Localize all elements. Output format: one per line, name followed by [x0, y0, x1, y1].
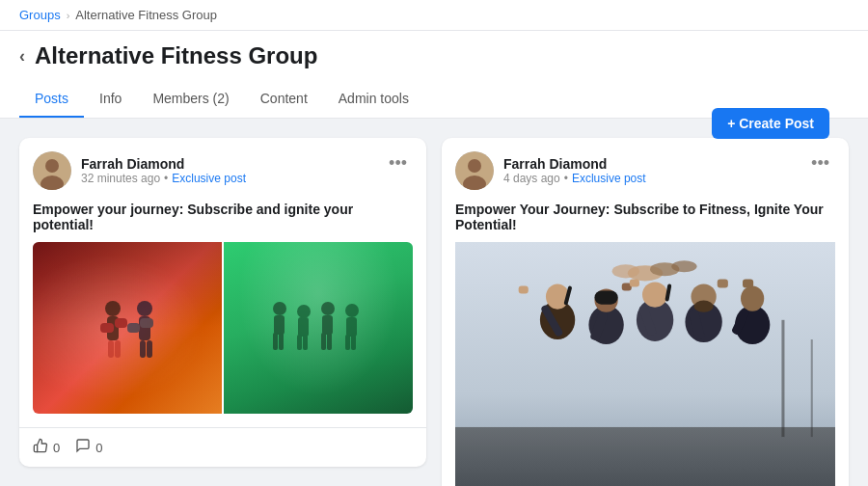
- breadcrumb-groups-link[interactable]: Groups: [19, 8, 61, 22]
- page-title: Alternative Fitness Group: [35, 42, 317, 69]
- post-title-2: Empower Your Journey: Subscribe to Fitne…: [455, 202, 835, 232]
- post-image-boxing: [33, 242, 222, 414]
- post-image-group: [224, 242, 413, 414]
- header-actions: + Create Post: [712, 108, 829, 139]
- svg-rect-13: [140, 340, 146, 358]
- like-count: 0: [53, 441, 60, 455]
- svg-point-65: [671, 260, 696, 272]
- tab-admin[interactable]: Admin tools: [323, 81, 424, 118]
- svg-point-1: [45, 159, 59, 173]
- svg-rect-24: [322, 315, 333, 335]
- svg-rect-17: [273, 333, 278, 350]
- svg-point-49: [642, 282, 667, 307]
- exclusive-badge-2[interactable]: Exclusive post: [572, 172, 646, 185]
- svg-rect-25: [321, 333, 326, 350]
- svg-rect-16: [274, 315, 285, 335]
- tab-members[interactable]: Members (2): [137, 81, 244, 118]
- svg-rect-57: [718, 279, 728, 287]
- post-time-2: 4 days ago: [503, 172, 560, 185]
- avatar: [33, 151, 71, 190]
- svg-point-59: [741, 285, 764, 310]
- post-meta: Farrah Diamond 32 minutes ago • Exclusiv…: [81, 156, 246, 185]
- post-header: Farrah Diamond 32 minutes ago • Exclusiv…: [19, 138, 426, 198]
- page-title-row: ‹ Alternative Fitness Group: [19, 42, 849, 69]
- post-card-2: Farrah Diamond 4 days ago • Exclusive po…: [442, 138, 849, 486]
- svg-rect-36: [781, 320, 784, 437]
- svg-rect-30: [351, 335, 356, 350]
- svg-point-64: [612, 264, 639, 278]
- svg-point-3: [105, 301, 121, 316]
- post-image-large: [455, 242, 835, 486]
- page-header: ‹ Alternative Fitness Group + Create Pos…: [0, 31, 868, 119]
- svg-rect-14: [147, 340, 152, 358]
- post-body-2: Empower Your Journey: Subscribe to Fitne…: [442, 198, 849, 486]
- svg-rect-28: [346, 317, 357, 337]
- svg-rect-29: [345, 335, 350, 350]
- like-button[interactable]: 0: [33, 438, 60, 457]
- post-footer: 0 0: [19, 427, 426, 467]
- post-time-row-2: 4 days ago • Exclusive post: [503, 172, 646, 185]
- svg-rect-35: [455, 427, 835, 486]
- more-options-button-2[interactable]: •••: [805, 151, 835, 176]
- breadcrumb: Groups › Alternative Fitness Group: [0, 0, 868, 31]
- avatar-2: [455, 151, 494, 190]
- svg-point-27: [345, 304, 359, 317]
- svg-rect-20: [298, 317, 309, 337]
- author-name: Farrah Diamond: [81, 156, 246, 172]
- author-name-2: Farrah Diamond: [503, 156, 646, 172]
- svg-point-23: [321, 302, 335, 315]
- breadcrumb-separator: ›: [67, 10, 70, 21]
- more-options-button[interactable]: •••: [383, 151, 413, 176]
- post-body: Empower your journey: Subscribe and igni…: [19, 198, 426, 423]
- post-header-2: Farrah Diamond 4 days ago • Exclusive po…: [442, 138, 849, 198]
- post-author-row-2: Farrah Diamond 4 days ago • Exclusive po…: [455, 151, 646, 190]
- tab-content[interactable]: Content: [245, 81, 323, 118]
- svg-rect-42: [519, 285, 529, 293]
- svg-point-32: [468, 159, 481, 173]
- breadcrumb-current: Alternative Fitness Group: [75, 8, 217, 22]
- dot-separator-2: •: [564, 172, 568, 185]
- like-icon: [33, 438, 48, 457]
- svg-rect-21: [297, 335, 302, 350]
- svg-rect-45: [594, 291, 617, 305]
- svg-rect-6: [115, 318, 127, 328]
- tab-info[interactable]: Info: [84, 81, 137, 118]
- post-meta-2: Farrah Diamond 4 days ago • Exclusive po…: [503, 156, 646, 185]
- svg-point-55: [694, 301, 714, 312]
- dot-separator: •: [164, 172, 168, 185]
- post-title: Empower your journey: Subscribe and igni…: [33, 202, 413, 232]
- svg-point-19: [297, 305, 311, 318]
- svg-point-9: [137, 301, 152, 316]
- svg-rect-22: [303, 335, 308, 350]
- comment-button[interactable]: 0: [75, 438, 102, 457]
- svg-rect-61: [743, 279, 753, 287]
- svg-rect-8: [115, 340, 121, 358]
- create-post-button[interactable]: + Create Post: [712, 108, 829, 139]
- main-content: Farrah Diamond 32 minutes ago • Exclusiv…: [0, 119, 868, 486]
- post-card: Farrah Diamond 32 minutes ago • Exclusiv…: [19, 138, 426, 467]
- post-time-row: 32 minutes ago • Exclusive post: [81, 172, 246, 185]
- tab-posts[interactable]: Posts: [19, 81, 84, 118]
- svg-rect-12: [140, 318, 153, 328]
- post-time: 32 minutes ago: [81, 172, 160, 185]
- svg-rect-37: [811, 339, 813, 437]
- svg-rect-18: [279, 333, 284, 350]
- svg-rect-5: [100, 323, 114, 333]
- exclusive-badge[interactable]: Exclusive post: [172, 172, 246, 185]
- back-button[interactable]: ‹: [19, 47, 25, 65]
- svg-rect-7: [108, 340, 114, 358]
- svg-rect-11: [127, 323, 140, 333]
- post-author-row: Farrah Diamond 32 minutes ago • Exclusiv…: [33, 151, 246, 190]
- svg-point-15: [273, 302, 286, 315]
- svg-rect-26: [327, 333, 332, 350]
- comment-icon: [75, 438, 91, 457]
- comment-count: 0: [95, 441, 102, 455]
- post-images-grid: [33, 242, 413, 414]
